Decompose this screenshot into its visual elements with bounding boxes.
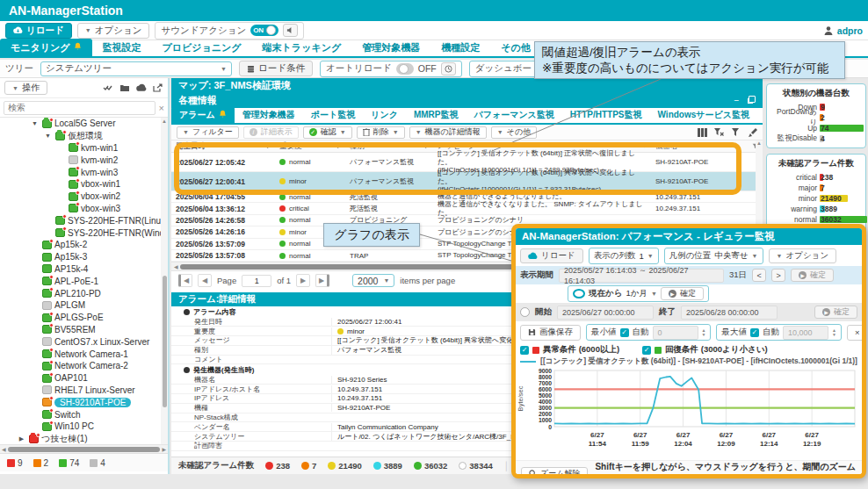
minimize-icon[interactable]: − — [732, 96, 741, 105]
column-header[interactable]: 発生日時 — [171, 141, 275, 152]
last-page-button[interactable]: ▶ — [315, 274, 329, 287]
page-size-select[interactable]: 2000 ▼ — [352, 274, 394, 287]
main-tab-2[interactable]: プロビジョニング — [152, 39, 252, 56]
scroll-left-icon[interactable]: ◀ — [2, 446, 6, 452]
popout-icon[interactable] — [749, 96, 756, 103]
tree-item[interactable]: Ap15k-3 — [0, 251, 168, 263]
sound-toggle[interactable]: ON — [250, 25, 278, 36]
tree-search-input[interactable] — [4, 101, 156, 115]
zoom-reset-button[interactable]: ズーム解除 — [521, 467, 588, 479]
options-button[interactable]: ▼ オプション — [77, 23, 150, 39]
info-tab-6[interactable]: HTTP/HTTPS監視 — [562, 106, 650, 123]
abnormal-checkbox[interactable]: ✓ — [520, 346, 529, 355]
main-tab-1[interactable]: 監視設定 — [92, 39, 152, 56]
tree-item[interactable]: vbox-win2 — [0, 191, 168, 203]
column-filter-icon[interactable] — [264, 142, 271, 151]
tree-item[interactable]: Ap15k-2 — [0, 239, 168, 251]
autoreload-toggle[interactable] — [396, 63, 414, 75]
table-row[interactable]: 2025/06/04 13:36:12critical死活監視機器と通信ができな… — [171, 203, 763, 214]
tree-scrollbar[interactable]: ▲ — [161, 118, 168, 444]
tree-item[interactable]: AP15k-4 — [0, 263, 168, 276]
tree-item[interactable]: OAP101 — [0, 372, 168, 385]
load-condition-button[interactable]: ロード条件 — [239, 61, 313, 76]
tree-item[interactable]: BV55REM — [0, 324, 168, 336]
info-tab-0[interactable]: アラーム — [171, 106, 235, 123]
info-tab-7[interactable]: Windowsサービス監視 — [650, 106, 758, 123]
column-header[interactable]: 重要度 — [275, 141, 345, 152]
min-value-input[interactable]: 0 — [653, 326, 698, 340]
stepper-icon[interactable]: ▲▼ — [702, 328, 706, 337]
multi-check-icon[interactable] — [102, 83, 113, 94]
period-confirm-button[interactable]: ▶ 確定 — [791, 269, 834, 282]
tree-item[interactable]: RHEL7 Linux-Server — [0, 385, 168, 397]
tree-item[interactable]: Switch — [0, 408, 168, 421]
tree-select[interactable]: システムツリー ▼ — [40, 61, 232, 76]
delete-button[interactable]: 削除▼ — [357, 126, 405, 139]
tree-expander-icon[interactable]: ▶ — [17, 435, 26, 442]
sound-mute-button[interactable] — [283, 24, 298, 37]
legend-position-value[interactable]: 中央寄せ — [714, 250, 748, 262]
stepper-icon[interactable]: ▲▼ — [832, 328, 836, 337]
tree-item[interactable]: ▼仮想環境 — [0, 130, 168, 142]
user-menu[interactable]: adpro — [823, 25, 863, 36]
info-tab-4[interactable]: MMRP監視 — [406, 106, 467, 123]
recover-checkbox[interactable]: ✓ — [642, 346, 651, 355]
tree-item[interactable]: vbox-win1 — [0, 178, 168, 191]
main-tab-4[interactable]: 管理対象機器 — [351, 39, 430, 56]
start-end-radio[interactable] — [520, 307, 530, 317]
filter-icon[interactable] — [730, 127, 741, 138]
column-header[interactable]: 機器名 — [651, 141, 763, 152]
info-tab-3[interactable]: リンク — [363, 106, 406, 123]
page-input[interactable] — [242, 275, 271, 287]
popup-reload-button[interactable]: リロード — [520, 248, 583, 263]
tree-item[interactable]: kvm-win2 — [0, 154, 168, 166]
info-tab-2[interactable]: ポート監視 — [303, 106, 363, 123]
next-page-button[interactable]: ▶ — [296, 274, 310, 287]
other-button[interactable]: ▼その他 — [491, 126, 537, 139]
tree-item[interactable]: CentOS7.x Linux-Server — [0, 335, 168, 348]
info-tab-5[interactable]: パフォーマンス監視 — [466, 106, 561, 123]
main-tab-3[interactable]: 端末トラッキング — [252, 39, 352, 56]
scroll-thumb[interactable] — [8, 447, 161, 452]
main-tab-5[interactable]: 機種設定 — [430, 39, 490, 56]
from-now-confirm-button[interactable]: ▶ 確定 — [661, 287, 704, 300]
tree-item[interactable]: ▶つ技セ棟(1) — [0, 433, 168, 444]
period-next-button[interactable]: > — [771, 269, 785, 282]
scroll-left-icon[interactable]: ◀ — [174, 263, 178, 270]
tree-hscrollbar[interactable]: ◀ ▶ — [0, 444, 168, 453]
detail-view-button[interactable]: i詳細表示 — [243, 126, 299, 139]
start-input[interactable]: 2025/06/27 00:00:00 — [557, 306, 654, 320]
scroll-up-icon[interactable]: ▲ — [161, 118, 168, 126]
tree-item[interactable]: Win10 PC — [0, 421, 168, 433]
tree-item[interactable]: APLGS-PoE — [0, 312, 168, 324]
columns-icon[interactable] — [697, 127, 707, 138]
start-end-confirm-button[interactable]: ▶ 確定 — [814, 306, 857, 319]
export-icon[interactable] — [152, 83, 163, 94]
end-input[interactable]: 2025/06/28 00:00:00 — [681, 306, 778, 320]
save-image-button[interactable]: 画像保存 — [520, 325, 581, 341]
min-auto-checkbox[interactable]: ✓ — [620, 328, 629, 337]
tree-item[interactable]: Network Camera-1 — [0, 348, 168, 360]
scroll-up-icon[interactable]: ▲ — [756, 140, 763, 146]
tree-item[interactable]: ▼Local5G Server — [0, 118, 168, 130]
cloud-download-icon[interactable] — [135, 83, 147, 94]
tree-item[interactable]: SYS-220HE-FTNR(Windows) — [0, 227, 168, 239]
reload-button[interactable]: リロード — [5, 23, 72, 39]
tree-expander-icon[interactable]: ▼ — [30, 120, 40, 126]
from-now-value[interactable]: 1か月 — [626, 288, 647, 299]
tree-item[interactable]: kvm-win3 — [0, 166, 168, 178]
scroll-right-icon[interactable]: ▶ — [162, 446, 166, 452]
max-auto-checkbox[interactable]: ✓ — [750, 328, 759, 337]
tree-item[interactable]: Network Camera-2 — [0, 360, 168, 372]
close-view-button[interactable]: × 表示終了 — [847, 325, 866, 341]
confirm-button[interactable]: ✓確認▼ — [303, 126, 352, 139]
tree-item[interactable]: SH-9210AT-POE — [0, 396, 168, 408]
tree-item[interactable]: APL210-PD — [0, 287, 168, 299]
filter-button[interactable]: ▼フィルター — [177, 126, 239, 139]
popup-options-button[interactable]: ▼ オプション — [769, 248, 837, 263]
clear-filter-icon[interactable] — [713, 127, 724, 138]
scroll-thumb[interactable] — [180, 264, 549, 270]
autoreload-schedule-button[interactable] — [441, 62, 456, 76]
first-page-button[interactable]: ◀ — [178, 274, 192, 287]
tree-operations-button[interactable]: ▼ 操作 — [4, 81, 47, 95]
